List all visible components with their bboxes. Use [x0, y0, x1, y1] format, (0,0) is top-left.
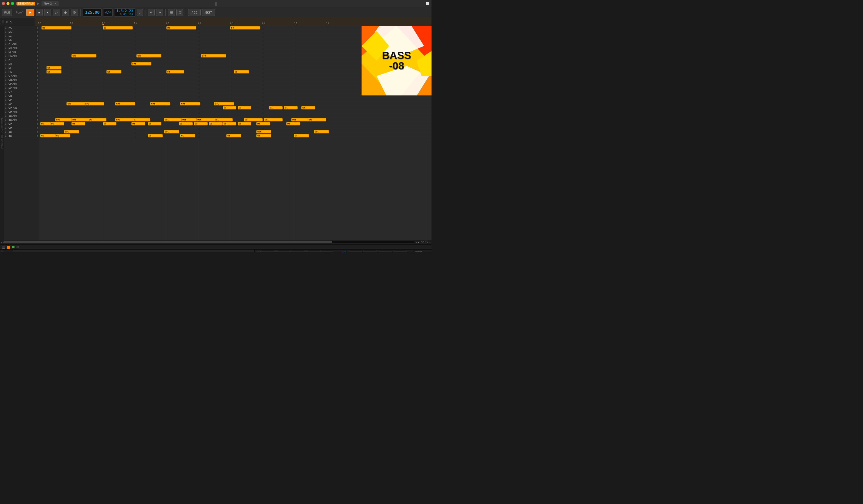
list-icon[interactable]: ☰: [1, 20, 4, 24]
track-row[interactable]: 1 MC ◀: [4, 30, 39, 34]
track-row[interactable]: 1 MA ◀: [4, 102, 39, 106]
note-block[interactable]: G#1: [214, 102, 234, 105]
note-block[interactable]: D#1: [291, 118, 310, 122]
note-block[interactable]: G1: [284, 106, 298, 110]
panel-active-icon[interactable]: [7, 245, 10, 249]
s-master-btn[interactable]: S: [415, 251, 422, 252]
note-block[interactable]: E2: [234, 70, 249, 74]
note-block[interactable]: C1: [55, 134, 70, 137]
project-icon[interactable]: P: [1, 251, 3, 252]
note-block[interactable]: E2: [107, 70, 122, 74]
note-block[interactable]: G#2: [136, 54, 161, 58]
panel-icon-sm[interactable]: [2, 245, 5, 249]
track-row[interactable]: 1 MA Acc ◀: [4, 86, 39, 90]
record-button[interactable]: ●: [44, 9, 51, 16]
stop-button[interactable]: ■: [36, 9, 43, 16]
note-block[interactable]: D1: [238, 122, 251, 125]
note-block[interactable]: D1: [179, 122, 193, 125]
track-row[interactable]: 1 RS ◀: [4, 70, 39, 74]
scroll-right2[interactable]: ▸: [418, 241, 419, 244]
note-block[interactable]: G#2: [201, 54, 226, 58]
track-row[interactable]: 1 OH Acc ◀: [4, 106, 39, 110]
track-row[interactable]: 1 SD Acc ◀: [4, 114, 39, 118]
note-block[interactable]: D1: [194, 122, 208, 125]
note-block[interactable]: D1: [50, 122, 64, 125]
track-row[interactable]: 1 CP ◀: [4, 98, 39, 102]
note-block[interactable]: G#1: [150, 102, 170, 105]
play-button[interactable]: ▶: [26, 9, 34, 16]
track-row[interactable]: 1 HT Acc ◀: [4, 42, 39, 46]
current-tab[interactable]: New 2 * ×: [41, 1, 59, 6]
note-block[interactable]: F2: [166, 70, 184, 74]
note-block[interactable]: D#1: [264, 118, 283, 122]
track-row[interactable]: 1 OH ◀: [4, 122, 39, 126]
note-block[interactable]: C1: [226, 134, 241, 137]
note-block[interactable]: C#1: [164, 130, 179, 134]
tab-close-btn[interactable]: ×: [55, 2, 56, 5]
zoom-in[interactable]: ▴: [427, 241, 428, 244]
track-row[interactable]: 1 CP Acc ◀: [4, 82, 39, 86]
note-block[interactable]: D#1: [214, 118, 233, 122]
note-block[interactable]: D#1: [88, 118, 107, 122]
note-block[interactable]: D#1: [72, 118, 90, 122]
window-maximize[interactable]: ⬜: [426, 2, 429, 5]
note-block[interactable]: E1: [132, 118, 150, 122]
track-row[interactable]: 1 HC ◀: [4, 26, 39, 30]
note-block[interactable]: D3: [103, 26, 133, 29]
add-button[interactable]: ADD: [188, 9, 201, 16]
scroll-right[interactable]: ▸: [416, 241, 417, 244]
track-row[interactable]: 1 CB Acc ◀: [4, 78, 39, 82]
scroll-left[interactable]: ◂: [1, 241, 2, 244]
note-block[interactable]: D1: [132, 122, 145, 125]
note-block[interactable]: C1: [257, 134, 271, 137]
track-row[interactable]: 1 CY ◀: [4, 90, 39, 94]
note-block[interactable]: F#2: [132, 62, 151, 65]
track-row[interactable]: 1 BD ◀: [4, 134, 39, 138]
note-block[interactable]: G1: [301, 106, 315, 110]
note-block[interactable]: D#1: [164, 118, 183, 122]
arrangement-content[interactable]: BASS -08 D3D3D3D3G#2G#2G#2F#2F2E2E2E2F2E…: [39, 26, 432, 240]
track-row[interactable]: 1 BD Acc ◀: [4, 118, 39, 122]
note-block[interactable]: C#1: [314, 130, 329, 134]
overdub-button[interactable]: ⟳: [71, 9, 78, 16]
note-block[interactable]: D#1: [308, 118, 326, 122]
note-block[interactable]: G1: [238, 106, 251, 110]
track-row[interactable]: 1 RS Acc ◀: [4, 54, 39, 58]
scroll-bar[interactable]: ◂ ▸ ▸ 1/16 ▴ ▾: [0, 240, 432, 244]
maximize-button[interactable]: [11, 2, 14, 5]
note-block[interactable]: D#1: [196, 118, 215, 122]
track-row[interactable]: 1 LT Acc ◀: [4, 50, 39, 54]
loop-button[interactable]: ⇄: [53, 9, 60, 16]
note-block[interactable]: D1: [223, 122, 236, 125]
note-block[interactable]: D1: [257, 122, 270, 125]
cursor-icon[interactable]: ↖: [10, 20, 13, 24]
note-block[interactable]: G#2: [72, 54, 97, 58]
close-button[interactable]: [2, 2, 5, 5]
note-block[interactable]: C1: [148, 134, 163, 137]
punch-button[interactable]: ⊕: [62, 9, 69, 16]
note-block[interactable]: G1: [269, 106, 283, 110]
track-row[interactable]: 1 CB ◀: [4, 94, 39, 98]
redo-button[interactable]: ↪: [156, 9, 163, 16]
note-block[interactable]: G#1: [115, 102, 135, 105]
track-row[interactable]: 1 CH Acc ◀: [4, 110, 39, 114]
track-row[interactable]: 1 SD ◀: [4, 130, 39, 134]
track-row[interactable]: 1 LT ◀: [4, 66, 39, 70]
note-block[interactable]: D1: [72, 122, 85, 125]
note-block[interactable]: D#1: [115, 118, 134, 122]
note-block[interactable]: C1: [294, 134, 309, 137]
note-block[interactable]: D#1: [55, 118, 74, 122]
scroll-thumb[interactable]: [3, 241, 332, 243]
note-block[interactable]: D1: [103, 122, 116, 125]
note-block[interactable]: D1: [209, 122, 223, 125]
undo-button[interactable]: ↩: [148, 9, 155, 16]
note-block[interactable]: D3: [230, 26, 260, 29]
file-button[interactable]: FILE: [2, 9, 12, 16]
trig1[interactable]: [257, 252, 260, 252]
edit-button[interactable]: EDIT: [202, 9, 215, 16]
metronome-button[interactable]: ♩: [137, 9, 143, 16]
tempo-display[interactable]: 125.00: [83, 9, 102, 16]
note-block[interactable]: C#1: [64, 130, 79, 134]
note-block[interactable]: E2: [47, 70, 61, 74]
track-row[interactable]: 1 CY Acc ◀: [4, 74, 39, 78]
